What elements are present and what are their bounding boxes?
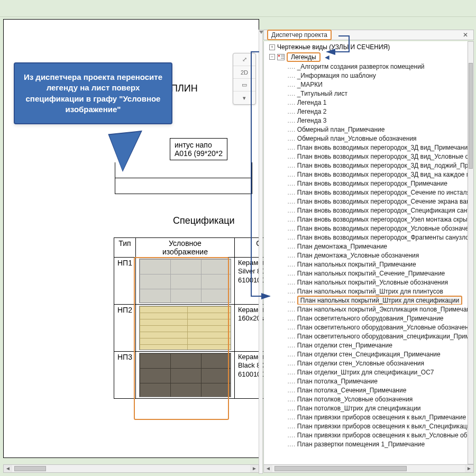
tree-item[interactable]: …. План отделки стен_Условные обозначени… [266,359,473,368]
tree-item-label: План вновь возводимых перегородок_3Д вид… [297,162,473,169]
tree-item[interactable]: …. План осветительного оборудования_Усло… [266,323,473,332]
tree-dots: …. [287,351,297,358]
tree-dots: …. [287,342,297,349]
tree-item[interactable]: …. План вновь возводимых перегородок_Узе… [266,215,473,224]
vertical-scrollbar[interactable] [468,41,474,464]
tree-item[interactable]: …. План напольных покрытий_Штрих для пли… [266,287,473,296]
tree-dots: …. [287,396,297,403]
arrow-left-icon: ◄ [324,53,331,61]
row-hatch [135,352,234,399]
toolbar-btn-dropdown[interactable]: ▾ [233,91,255,104]
expand-minus-icon[interactable]: − [269,54,275,60]
tree-dots: …. [287,108,297,115]
tree-item[interactable]: …. План вновь возводимых перегородок_Сеч… [266,197,473,206]
tree-dots: …. [287,216,297,223]
tree-item[interactable]: …. План напольных покрытий_Экспликация п… [266,305,473,314]
tree-item-label: План осветительного оборудования_Условны… [297,324,472,331]
toolbar-btn-2d[interactable]: 2D [233,66,255,79]
tree-item[interactable]: …. План привязки приборов освещения к вы… [266,413,473,422]
tree-item[interactable]: …. Обмерный план_Условные обозначения [266,134,473,143]
tree-item[interactable]: …. Легенда 2 [266,107,473,116]
hatch-pattern-1 [139,259,231,303]
tree-item[interactable]: …. План вновь возводимых перегородок_Усл… [266,224,473,233]
tree-item[interactable]: …. _МАРКИ [266,80,473,89]
tree-item[interactable]: …. План потолка_Примечание [266,377,473,386]
tree-dots: …. [287,414,297,421]
col-image-l2: изображение [139,248,231,256]
tree-item[interactable]: …. Обмерный план_Примечание [266,125,473,134]
tree-item[interactable]: …. План вновь возводимых перегородок_Сеч… [266,188,473,197]
tree-node-legends[interactable]: − Легенды ◄ [266,52,473,62]
close-icon[interactable]: ✕ [463,31,470,39]
toolbar-btn-rect[interactable]: ▭ [233,79,255,91]
tree-item-label: План привязки приборов освещения к выкл_… [297,432,473,439]
tree-label-legends: Легенды [287,52,321,62]
tree-item[interactable]: …. План демонтажа_Примечание [266,242,473,251]
tree-dots: …. [287,360,297,367]
tree-item[interactable]: …. План вновь возводимых перегородок_Фра… [266,233,473,242]
hscrollbar-panel[interactable]: ◄ ► [263,464,474,473]
scrollbar-thumb[interactable] [14,466,46,471]
scroll-left-icon[interactable]: ◄ [264,465,272,472]
tree-dots: …. [287,126,297,133]
tree-label: Чертежные виды (УЗЛЫ И СЕЧЕНИЯ) [277,43,390,51]
tree-item[interactable]: …. _Информация по шаблону [266,71,473,80]
expand-plus-icon[interactable]: + [269,44,275,50]
tree-item[interactable]: …. План вновь возводимых перегородок_Спе… [266,206,473,215]
scroll-left-icon[interactable]: ◄ [4,465,12,472]
tree-item[interactable]: …. План демонтажа_Условные обозначения [266,251,473,260]
tree-item[interactable]: …. План напольных покрытий_Сечение_Приме… [266,269,473,278]
tree-item[interactable]: …. _Алгоритм создания разверток помещени… [266,62,473,71]
tree-item[interactable]: …. План привязки приборов освещения к вы… [266,422,473,431]
tree-dots: …. [287,423,297,430]
tree-node-views[interactable]: + Чертежные виды (УЗЛЫ И СЕЧЕНИЯ) [266,42,473,52]
panel-titlebar[interactable]: Диспетчер проекта ✕ [263,30,474,40]
scroll-right-icon[interactable]: ► [250,465,259,472]
tree-item[interactable]: …. План привязки приборов освещения к вы… [266,431,473,440]
tree-item[interactable]: …. План отделки стен_Спецификация_Примеч… [266,350,473,359]
tree-item[interactable]: …. План вновь возводимых перегородок_3Д … [266,152,473,161]
tree-dots: …. [287,261,297,268]
tree-item[interactable]: …. План осветительного оборудования_спец… [266,332,473,341]
row-hatch [135,258,234,305]
tree-item[interactable]: …. План отделки стен_Примечание [266,341,473,350]
tree-dots: …. [287,252,297,259]
tree-item-label: План вновь возводимых перегородок_3Д вид… [297,144,471,151]
tree-item-label: План осветительного оборудования_специфи… [297,333,473,340]
tree-item-label: _Алгоритм создания разверток помещений [297,63,425,70]
scrollbar-thumb[interactable] [274,466,407,471]
tree-dots: …. [287,63,297,70]
tree-item[interactable]: …. План напольных покрытий_Примечание [266,260,473,269]
tree-item[interactable]: …. _Титульный лист [266,89,473,98]
tree-dots: …. [287,81,297,88]
tree-item[interactable]: …. План отделки_Штрих для спецификации_О… [266,368,473,377]
tree-item[interactable]: …. План потолков_Штрих для спецификации [266,404,473,413]
tree-dots: …. [287,117,297,124]
hscrollbar-canvas[interactable]: ◄ ► [3,464,259,473]
splitter[interactable] [259,30,263,474]
tree-item[interactable]: …. План напольных покрытий_Штрих для спе… [266,296,473,305]
tree-item[interactable]: …. План осветительного оборудования_Прим… [266,314,473,323]
tree-item[interactable]: …. Легенда 3 [266,116,473,125]
tree-item[interactable]: …. Легенда 1 [266,98,473,107]
floating-toolbar: ⤢ 2D ▭ ▾ [233,53,256,105]
tree-dots: …. [287,306,297,313]
toolbar-btn-expand[interactable]: ⤢ [233,53,255,66]
tree-item[interactable]: …. План потолков_Условные обозначения [266,395,473,404]
project-browser-tree[interactable]: + Чертежные виды (УЗЛЫ И СЕЧЕНИЯ) − Леге… [263,41,474,470]
tree-item[interactable]: …. План развертки помещения 1_Примечание [266,440,473,448]
tree-item[interactable]: …. План вновь возводимых перегородок_3Д … [266,143,473,152]
tree-item[interactable]: …. План вновь возводимых перегородок_При… [266,179,473,188]
tree-item[interactable]: …. План напольных покрытий_Условные обоз… [266,278,473,287]
scrollbar-thumb[interactable] [469,63,473,169]
scroll-right-icon[interactable]: ► [465,465,473,472]
tree-dots: …. [287,207,297,214]
tree-dots: …. [287,324,297,331]
panel-title: Диспетчер проекта [267,30,332,40]
tree-item[interactable]: …. План вновь возводимых перегородок_3Д … [266,161,473,170]
tree-item-label: План потолков_Штрих для спецификации [297,405,421,412]
tree-item[interactable]: …. План вновь возводимых перегородок_3Д … [266,170,473,179]
tree-item-label: План потолков_Условные обозначения [297,396,413,403]
tree-item-label: План напольных покрытий_Штрих для плинту… [297,288,443,295]
tree-item[interactable]: …. План потолка_Сечения_Примечание [266,386,473,395]
